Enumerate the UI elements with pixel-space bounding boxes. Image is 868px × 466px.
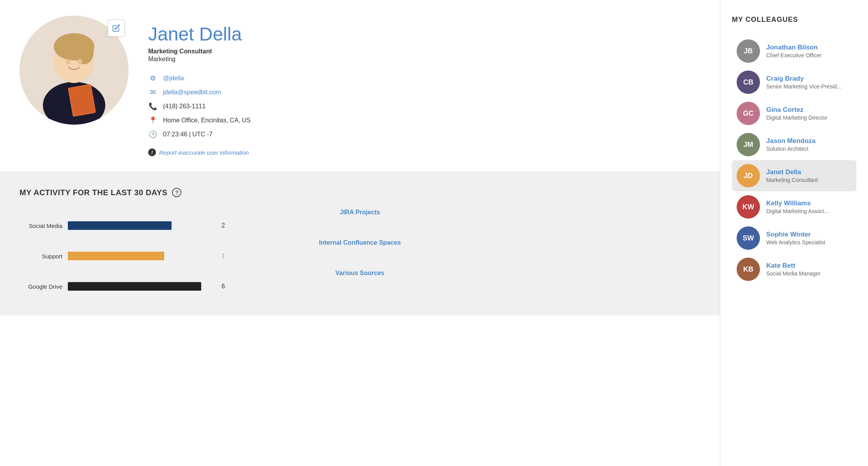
contact-info: ⚙ @jdella ✉ jdella@speedbit.com 📞 (418) …	[148, 74, 700, 139]
contact-phone-row: 📞 (418) 263-1111	[148, 102, 700, 111]
confluence-bar-track	[68, 252, 216, 260]
activity-title: MY ACTIVITY FOR THE LAST 30 DAYS	[19, 188, 167, 197]
phone-icon: 📞	[148, 102, 158, 111]
jira-bar-label: Social Media	[19, 222, 62, 229]
report-icon: !	[148, 148, 156, 156]
svg-point-8	[78, 59, 82, 64]
confluence-bar-label: Support	[19, 253, 62, 259]
jira-bar-track	[68, 221, 216, 230]
contact-time-row: 🕐 07:23:46 | UTC -7	[148, 130, 700, 139]
colleague-role: Marketing Consultant	[766, 177, 852, 183]
sources-bar-track	[68, 282, 216, 291]
colleague-item[interactable]: KBKate BettSocial Media Manager	[732, 254, 856, 285]
svg-point-7	[66, 59, 71, 64]
colleague-avatar: JB	[737, 39, 760, 63]
profile-section: Janet Della Marketing Consultant Marketi…	[0, 0, 720, 172]
colleague-avatar: KB	[737, 258, 760, 281]
jira-bar-count: 2	[221, 222, 229, 229]
sidebar-title: MY COLLEAGUES	[732, 16, 856, 24]
colleague-name: Kate Bett	[766, 262, 852, 270]
colleague-avatar: SW	[737, 226, 760, 250]
colleague-name: Kelly Williams	[766, 199, 852, 207]
contact-location-row: 📍 Home Office, Encinitas, CA, US	[148, 116, 700, 125]
profile-phone: (418) 263-1111	[163, 103, 205, 110]
report-link[interactable]: ! Report inaccurate user information	[148, 148, 700, 156]
username-icon: ⚙	[148, 74, 158, 83]
colleague-name: Gina Cortez	[766, 106, 852, 114]
colleague-info: Kate BettSocial Media Manager	[766, 262, 852, 277]
colleague-info: Craig BradySenior Marketing Vice-Presid.…	[766, 75, 852, 90]
report-link-text: Report inaccurate user information	[159, 149, 249, 156]
activity-section: MY ACTIVITY FOR THE LAST 30 DAYS ? JIRA …	[0, 172, 720, 316]
sources-bar-count: 6	[221, 283, 229, 290]
profile-info: Janet Della Marketing Consultant Marketi…	[148, 16, 700, 156]
colleague-name: Janet Della	[766, 168, 852, 176]
colleague-item[interactable]: SWSophie WinterWeb Analytics Specialist	[732, 222, 856, 254]
avatar-container	[19, 16, 129, 125]
colleague-item[interactable]: JMJason MendozaSolution Architect	[732, 129, 856, 160]
colleague-list: JBJonathan BilsonChief Executive Officer…	[732, 35, 856, 285]
colleague-role: Digital Marketing Director	[766, 115, 852, 121]
colleague-role: Web Analytics Specialist	[766, 239, 852, 245]
activity-group-sources: Various Sources Google Drive 6	[19, 270, 700, 291]
colleague-item[interactable]: JBJonathan BilsonChief Executive Officer	[732, 35, 856, 67]
contact-email-row: ✉ jdella@speedbit.com	[148, 88, 700, 97]
activity-group-jira: JIRA Projects Social Media 2	[19, 209, 700, 230]
jira-group-title: JIRA Projects	[19, 209, 700, 216]
colleague-item[interactable]: GCGina CortezDigital Marketing Director	[732, 98, 856, 129]
sources-group-title: Various Sources	[19, 270, 700, 277]
colleague-info: Sophie WinterWeb Analytics Specialist	[766, 231, 852, 245]
profile-title: Marketing Consultant	[148, 48, 700, 55]
jira-bar-fill	[68, 221, 172, 230]
colleague-info: Janet DellaMarketing Consultant	[766, 168, 852, 183]
colleague-role: Digital Marketing Associ...	[766, 208, 852, 214]
sidebar: MY COLLEAGUES JBJonathan BilsonChief Exe…	[720, 0, 868, 466]
colleague-avatar: JM	[737, 133, 760, 156]
profile-email[interactable]: jdella@speedbit.com	[163, 89, 221, 96]
colleague-avatar: JD	[737, 164, 760, 187]
profile-location: Home Office, Encinitas, CA, US	[163, 117, 251, 124]
svg-point-6	[74, 41, 94, 64]
help-icon[interactable]: ?	[172, 188, 181, 197]
colleague-info: Kelly WilliamsDigital Marketing Associ..…	[766, 199, 852, 214]
colleague-avatar: KW	[737, 195, 760, 219]
colleague-avatar: GC	[737, 102, 760, 125]
confluence-bar-row: Support 1	[19, 252, 700, 260]
jira-bar-row: Social Media 2	[19, 221, 700, 230]
colleague-name: Jason Mendoza	[766, 137, 852, 145]
colleague-info: Jonathan BilsonChief Executive Officer	[766, 44, 852, 58]
clock-icon: 🕐	[148, 130, 158, 139]
main-content: Janet Della Marketing Consultant Marketi…	[0, 0, 720, 466]
activity-group-confluence: Internal Confluence Spaces Support 1	[19, 239, 700, 260]
sources-bar-fill	[68, 282, 201, 291]
colleague-info: Jason MendozaSolution Architect	[766, 137, 852, 152]
page-layout: Janet Della Marketing Consultant Marketi…	[0, 0, 868, 466]
colleague-item[interactable]: CBCraig BradySenior Marketing Vice-Presi…	[732, 67, 856, 98]
contact-username-row: ⚙ @jdella	[148, 74, 700, 83]
colleague-avatar: CB	[737, 71, 760, 94]
colleague-role: Solution Architect	[766, 146, 852, 152]
colleague-name: Craig Brady	[766, 75, 852, 83]
profile-name: Janet Della	[148, 23, 700, 45]
colleague-name: Jonathan Bilson	[766, 44, 852, 51]
edit-button[interactable]	[108, 19, 125, 37]
sources-bar-row: Google Drive 6	[19, 282, 700, 291]
colleague-role: Social Media Manager	[766, 270, 852, 277]
confluence-bar-count: 1	[221, 252, 229, 259]
colleague-role: Chief Executive Officer	[766, 52, 852, 58]
sources-bar-label: Google Drive	[19, 283, 62, 290]
colleague-info: Gina CortezDigital Marketing Director	[766, 106, 852, 121]
profile-department: Marketing	[148, 56, 700, 63]
activity-header: MY ACTIVITY FOR THE LAST 30 DAYS ?	[19, 188, 700, 197]
colleague-item[interactable]: KWKelly WilliamsDigital Marketing Associ…	[732, 191, 856, 222]
colleague-item[interactable]: JDJanet DellaMarketing Consultant	[732, 160, 856, 191]
profile-time: 07:23:46 | UTC -7	[163, 131, 213, 138]
colleague-role: Senior Marketing Vice-Presid...	[766, 83, 852, 90]
location-icon: 📍	[148, 116, 158, 125]
confluence-bar-fill	[68, 252, 164, 260]
confluence-group-title: Internal Confluence Spaces	[19, 239, 700, 246]
profile-username[interactable]: @jdella	[163, 75, 184, 82]
email-icon: ✉	[148, 88, 158, 97]
colleague-name: Sophie Winter	[766, 231, 852, 238]
